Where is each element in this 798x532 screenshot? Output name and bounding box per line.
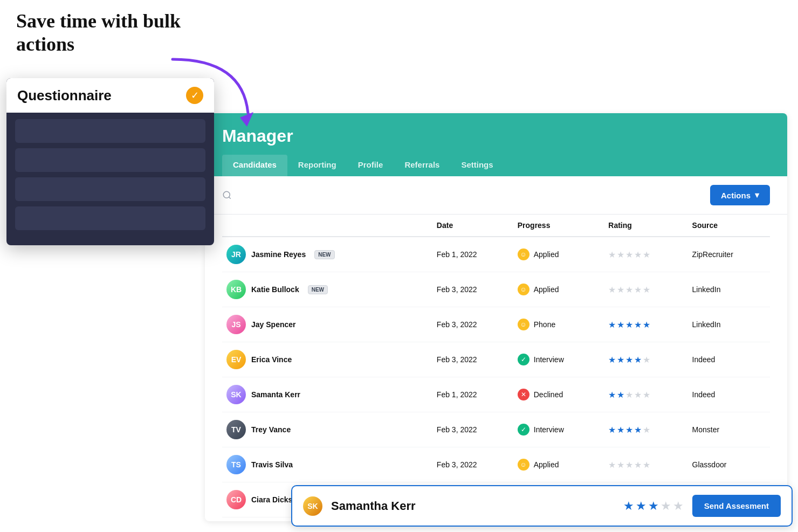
candidate-name: Jasmine Reyes <box>251 250 306 259</box>
progress-cell: ☺ Applied <box>513 237 604 272</box>
star-empty-icon: ★ <box>634 390 642 400</box>
progress-status: Applied <box>534 250 559 259</box>
tab-settings[interactable]: Settings <box>450 155 504 176</box>
star-empty-icon: ★ <box>608 250 616 260</box>
star-empty-icon: ★ <box>625 285 633 295</box>
candidate-name: Jay Spencer <box>251 320 296 329</box>
date-cell: Feb 1, 2022 <box>432 237 513 272</box>
star-empty-icon: ★ <box>625 460 633 470</box>
source-cell: ZipRecruiter <box>688 237 770 272</box>
status-icon: ☺ <box>518 459 529 471</box>
candidate-avatar: EV <box>226 350 246 369</box>
star-empty-icon: ★ <box>608 460 616 470</box>
progress-cell: ☺ Phone <box>513 307 604 342</box>
candidates-table: Date Progress Rating Source JR Jasmine R… <box>222 215 770 517</box>
table-row[interactable]: EV Erica Vince Feb 3, 2022 ✓ Interview ★… <box>222 342 770 377</box>
rating-stars: ★★★★★ <box>608 285 683 295</box>
candidate-cell: KB Katie Bullock NEW <box>222 272 432 307</box>
table-wrap: Date Progress Rating Source JR Jasmine R… <box>205 215 787 517</box>
col-source: Source <box>688 215 770 237</box>
new-badge: NEW <box>308 285 328 294</box>
popup-star-filled: ★ <box>648 499 659 513</box>
star-filled-icon: ★ <box>608 390 616 400</box>
app-header: Manager Candidates Reporting Profile Ref… <box>205 113 787 176</box>
star-empty-icon: ★ <box>608 285 616 295</box>
candidate-cell: TV Trey Vance <box>222 412 432 447</box>
svg-point-1 <box>223 191 230 198</box>
candidate-avatar: TV <box>226 420 246 439</box>
col-progress: Progress <box>513 215 604 237</box>
popup-name: Samantha Kerr <box>331 499 608 513</box>
actions-button[interactable]: Actions ▾ <box>710 185 770 205</box>
candidate-avatar: TS <box>226 455 246 474</box>
tab-profile[interactable]: Profile <box>347 155 394 176</box>
star-empty-icon: ★ <box>643 355 650 365</box>
tab-referrals[interactable]: Referrals <box>394 155 450 176</box>
progress-status: Interview <box>534 425 564 434</box>
questionnaire-title: Questionnaire <box>17 87 112 104</box>
date-cell: Feb 3, 2022 <box>432 447 513 482</box>
rating-cell: ★★★★★ <box>604 412 687 447</box>
date-cell: Feb 3, 2022 <box>432 272 513 307</box>
send-assessment-button[interactable]: Send Assesment <box>692 495 781 517</box>
candidate-name: Samanta Kerr <box>251 390 300 399</box>
star-empty-icon: ★ <box>643 250 650 260</box>
bottom-popup: SK Samantha Kerr ★★★★★ Send Assesment <box>291 485 793 527</box>
star-filled-icon: ★ <box>625 425 633 435</box>
star-filled-icon: ★ <box>608 320 616 330</box>
svg-marker-0 <box>240 112 253 127</box>
rating-cell: ★★★★★ <box>604 377 687 412</box>
star-filled-icon: ★ <box>643 320 650 330</box>
tab-candidates[interactable]: Candidates <box>222 155 287 176</box>
status-icon: ☺ <box>518 248 529 260</box>
app-container: Manager Candidates Reporting Profile Ref… <box>205 113 787 521</box>
progress-status: Phone <box>534 320 555 329</box>
star-filled-icon: ★ <box>625 355 633 365</box>
rating-stars: ★★★★★ <box>608 320 683 330</box>
tab-reporting[interactable]: Reporting <box>287 155 347 176</box>
app-title: Manager <box>222 126 770 146</box>
candidate-avatar: JS <box>226 315 246 334</box>
table-row[interactable]: KB Katie Bullock NEW Feb 3, 2022 ☺ Appli… <box>222 272 770 307</box>
star-empty-icon: ★ <box>643 390 650 400</box>
star-filled-icon: ★ <box>634 425 642 435</box>
star-filled-icon: ★ <box>617 425 624 435</box>
rating-cell: ★★★★★ <box>604 342 687 377</box>
star-filled-icon: ★ <box>608 355 616 365</box>
candidate-avatar: JR <box>226 245 246 264</box>
star-empty-icon: ★ <box>617 460 624 470</box>
progress-status: Applied <box>534 285 559 294</box>
progress-status: Applied <box>534 460 559 469</box>
star-filled-icon: ★ <box>608 425 616 435</box>
star-filled-icon: ★ <box>634 355 642 365</box>
col-date: Date <box>432 215 513 237</box>
source-cell: Indeed <box>688 377 770 412</box>
date-cell: Feb 3, 2022 <box>432 412 513 447</box>
toolbar: Actions ▾ <box>205 176 787 215</box>
status-icon: ✓ <box>518 354 529 365</box>
svg-line-2 <box>229 197 230 198</box>
table-row[interactable]: JS Jay Spencer Feb 3, 2022 ☺ Phone ★★★★★… <box>222 307 770 342</box>
rating-stars: ★★★★★ <box>608 425 683 435</box>
source-cell: Indeed <box>688 342 770 377</box>
questionnaire-row <box>15 148 205 172</box>
popup-star-empty: ★ <box>673 499 684 513</box>
rating-stars: ★★★★★ <box>608 390 683 400</box>
status-icon: ☺ <box>518 284 529 295</box>
rating-stars: ★★★★★ <box>608 355 683 365</box>
star-empty-icon: ★ <box>634 285 642 295</box>
popup-star-filled: ★ <box>623 499 634 513</box>
table-header-row: Date Progress Rating Source <box>222 215 770 237</box>
popup-stars: ★★★★★ <box>623 499 684 513</box>
chevron-down-icon: ▾ <box>755 190 759 200</box>
table-row[interactable]: SK Samanta Kerr Feb 1, 2022 ✕ Declined ★… <box>222 377 770 412</box>
table-row[interactable]: TV Trey Vance Feb 3, 2022 ✓ Interview ★★… <box>222 412 770 447</box>
table-row[interactable]: TS Travis Silva Feb 3, 2022 ☺ Applied ★★… <box>222 447 770 482</box>
search-icon <box>222 190 232 200</box>
star-empty-icon: ★ <box>634 460 642 470</box>
date-cell: Feb 3, 2022 <box>432 342 513 377</box>
table-row[interactable]: JR Jasmine Reyes NEW Feb 1, 2022 ☺ Appli… <box>222 237 770 272</box>
star-filled-icon: ★ <box>617 355 624 365</box>
popup-star-filled: ★ <box>636 499 646 513</box>
rating-cell: ★★★★★ <box>604 272 687 307</box>
